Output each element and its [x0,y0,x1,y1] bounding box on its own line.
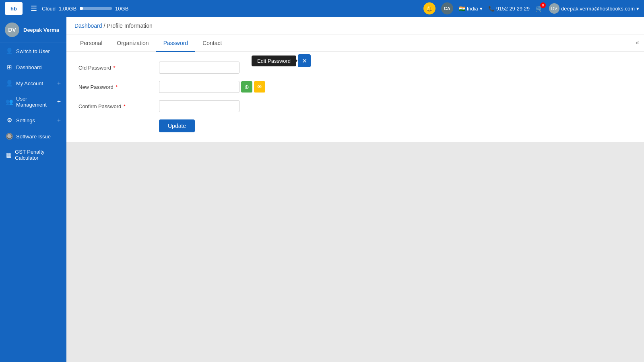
sidebar-item-dashboard[interactable]: ⊞ Dashboard [0,59,66,75]
phone-number: 9152 29 29 29 [496,6,530,12]
chevron-down-icon: ▾ [480,6,483,12]
sidebar-item-user-management[interactable]: 👥 User Management + [0,91,66,112]
sidebar-item-label: My Account [16,80,43,86]
cloud-label: Cloud [42,6,56,12]
new-password-input[interactable] [159,81,239,93]
sidebar-item-label: Switch to User [16,48,50,54]
toggle-password-visibility-button[interactable]: 👁 [254,81,265,93]
update-button-label: Update [168,123,186,129]
phone-info: 📞 9152 29 29 29 [488,6,530,12]
new-password-label: New Password * [78,84,159,90]
old-password-input-wrap [159,62,239,74]
hamburger-icon[interactable]: ☰ [31,4,37,13]
required-star: * [116,84,118,90]
update-button-row: Update [78,119,632,132]
tabs-header: Personal Organization Password Contact « [66,35,644,52]
close-edit-password-button[interactable]: ✕ [298,54,311,67]
update-button[interactable]: Update [159,119,195,132]
required-star: * [124,103,126,109]
generate-icon: ⊕ [244,84,249,90]
new-password-row: New Password * ⊕ 👁 [78,81,632,93]
user-avatar: DV [549,3,559,14]
plus-icon: + [57,80,61,87]
collapse-panel-button[interactable]: « [631,35,644,50]
sidebar-avatar: DV [5,23,19,37]
breadcrumb-current: Profile Information [107,23,153,29]
sidebar-user-profile[interactable]: DV Deepak Verma [0,17,66,43]
cloud-info: Cloud 1.00GB 10GB [42,6,128,12]
sidebar-item-label: Dashboard [16,64,42,70]
dashboard-icon: ⊞ [6,64,13,71]
old-password-row: Old Password * [78,62,632,74]
breadcrumb: Dashboard / Profile Information [66,17,644,35]
tab-personal-label: Personal [80,40,102,46]
settings-icon: ⚙ [6,117,13,124]
cloud-progress-fill [80,7,83,10]
sidebar-item-settings[interactable]: ⚙ Settings + [0,112,66,128]
gst-penalty-icon: ▦ [6,151,12,158]
switch-user-icon: 👤 [6,47,13,55]
plus-icon: + [57,117,61,124]
confirm-password-row: Confirm Password * [78,100,632,112]
logo-area: hb [5,2,23,15]
user-management-icon: 👥 [6,98,13,105]
my-account-icon: 👤 [6,80,13,87]
tab-password[interactable]: Password [156,35,195,52]
tooltip-bubble: Edit Password [252,56,296,66]
tab-panel: Personal Organization Password Contact « [66,35,644,142]
password-form: Edit Password ✕ Old Password * [66,52,644,142]
breadcrumb-separator: / [103,23,107,29]
logo: hb [5,2,23,15]
flag-icon: 🇮🇳 [459,6,465,12]
edit-password-tooltip: Edit Password ✕ [252,54,311,67]
close-icon: ✕ [302,57,307,65]
content-area: Dashboard / Profile Information Personal… [66,17,644,362]
tab-contact[interactable]: Contact [195,35,229,52]
logo-text: hb [10,6,17,12]
user-account-menu[interactable]: DV deepak.verma@hostbooks.com ▾ [549,3,639,14]
notifications-icon[interactable]: 🔔 [423,2,436,14]
tab-organization[interactable]: Organization [109,35,156,52]
confirm-password-input[interactable] [159,100,239,112]
phone-icon: 📞 [488,6,495,12]
sidebar-item-label: Settings [16,117,35,123]
tab-contact-label: Contact [202,40,222,46]
cloud-progress-bar [80,7,112,10]
cloud-total: 10GB [115,6,128,12]
old-password-label: Old Password * [78,65,159,71]
generate-password-button[interactable]: ⊕ [241,81,252,93]
required-star: * [114,65,116,71]
software-issue-icon: 🔘 [6,133,13,140]
plus-icon: + [57,98,61,105]
user-email-label: deepak.verma@hostbooks.com [561,6,635,12]
cart-badge: 0 [540,2,546,8]
tooltip-text: Edit Password [257,58,291,64]
header-actions: 🔔 CA 🇮🇳 India ▾ 📞 9152 29 29 29 🛒 0 DV d… [423,2,639,14]
chevron-down-icon-user: ▾ [636,6,639,12]
sidebar-item-gst-penalty[interactable]: ▦ GST Penalty Calculator [0,144,66,165]
eye-icon: 👁 [257,84,262,90]
main-layout: DV Deepak Verma 👤 Switch to User ⊞ Dashb… [0,17,644,362]
confirm-password-label: Confirm Password * [78,103,159,109]
new-password-input-wrap: ⊕ 👁 [159,81,265,93]
sidebar-username: Deepak Verma [23,27,59,33]
country-label: India [467,6,478,12]
confirm-password-input-wrap [159,100,239,112]
page-content: Personal Organization Password Contact « [66,35,644,362]
sidebar: DV Deepak Verma 👤 Switch to User ⊞ Dashb… [0,17,66,362]
tab-organization-label: Organization [117,40,149,46]
tab-personal[interactable]: Personal [73,35,109,52]
sidebar-item-label: Software Issue [16,134,51,140]
cloud-used: 1.00GB [59,6,76,12]
ca-badge[interactable]: CA [441,2,453,14]
breadcrumb-home[interactable]: Dashboard [74,23,102,29]
country-selector[interactable]: 🇮🇳 India ▾ [459,6,483,12]
top-header: hb ☰ Cloud 1.00GB 10GB 🔔 CA 🇮🇳 India ▾ 📞… [0,0,644,17]
sidebar-item-label: User Management [16,96,54,108]
sidebar-item-switch-to-user[interactable]: 👤 Switch to User [0,43,66,59]
old-password-input[interactable] [159,62,239,74]
sidebar-item-my-account[interactable]: 👤 My Account + [0,75,66,91]
sidebar-item-software-issue[interactable]: 🔘 Software Issue [0,128,66,144]
cart-button[interactable]: 🛒 0 [535,5,543,12]
sidebar-item-label: GST Penalty Calculator [15,149,61,161]
